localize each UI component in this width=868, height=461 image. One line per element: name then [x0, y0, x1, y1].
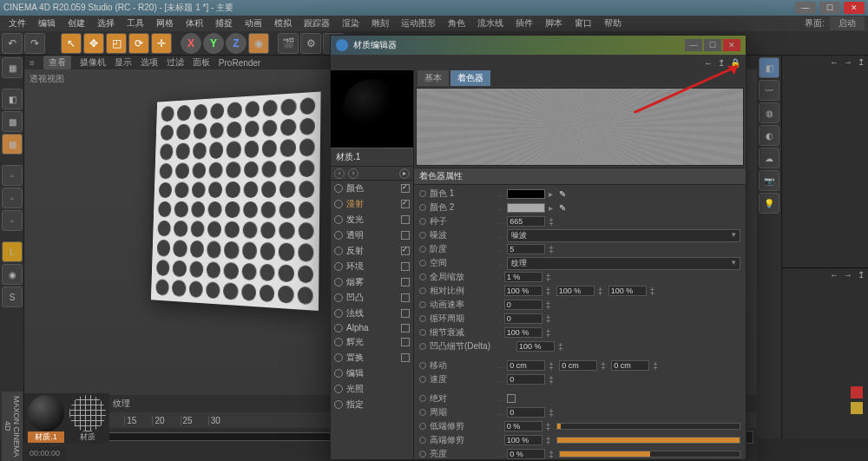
environment-icon[interactable]: ☁ [759, 148, 779, 168]
channel-光照[interactable]: 光照 [331, 381, 413, 397]
make-editable-icon[interactable]: ▦ [2, 57, 23, 78]
bright-input[interactable]: 0 % [507, 449, 545, 459]
animspeed-input[interactable]: 0 [504, 300, 542, 310]
color2-swatch[interactable] [507, 203, 545, 213]
viewport-solo[interactable]: ◉ [2, 264, 23, 285]
select-tool[interactable]: ↖ [61, 33, 82, 54]
menu-anim[interactable]: 动画 [240, 16, 267, 31]
snap-toggle[interactable]: S [2, 286, 23, 307]
channel-环境[interactable]: 环境 [331, 259, 413, 274]
panel2-nav-up-icon[interactable]: ↥ [858, 270, 865, 278]
material-name-field[interactable]: 材质.1 [331, 148, 413, 167]
scale-tool[interactable]: ◰ [106, 33, 127, 54]
dialog-titlebar[interactable]: 材质编辑器 — ☐ ✕ [331, 36, 746, 55]
render-view-button[interactable]: 🎬 [278, 33, 299, 54]
render-settings-button[interactable]: ⚙ [300, 33, 321, 54]
menu-help[interactable]: 帮助 [599, 16, 627, 31]
channel-指定[interactable]: 指定 [331, 397, 413, 412]
menu-mesh[interactable]: 网格 [151, 16, 179, 31]
view-tab-display[interactable]: 显示 [115, 56, 132, 69]
speed-input[interactable]: 0 [507, 374, 545, 385]
panel-nav-back-icon[interactable]: ← [830, 57, 838, 66]
shader-preview[interactable] [416, 88, 744, 166]
axis-z[interactable]: Z [226, 33, 247, 54]
spline-icon[interactable]: 〰 [759, 80, 779, 101]
edge-mode[interactable]: ▫ [2, 188, 23, 208]
menu-tools[interactable]: 工具 [122, 16, 149, 31]
menu-render[interactable]: 渲染 [337, 16, 365, 31]
channel-Alpha[interactable]: Alpha [331, 321, 413, 334]
preview-prev-button[interactable]: ‹ [334, 168, 345, 179]
channel-凹凸[interactable]: 凹凸 [331, 290, 413, 306]
color1-swatch[interactable] [507, 189, 545, 199]
undo-button[interactable]: ↶ [2, 33, 23, 54]
panel2-nav-fwd-icon[interactable]: → [844, 270, 852, 278]
channel-编辑[interactable]: 编辑 [331, 366, 413, 381]
delta-input[interactable]: 100 % [516, 341, 555, 352]
noise-dropdown[interactable]: 噪波 [507, 229, 740, 242]
panel2-nav-back-icon[interactable]: ← [830, 270, 838, 278]
menu-file[interactable]: 文件 [3, 16, 31, 31]
menu-edit[interactable]: 编辑 [33, 16, 61, 31]
detail-input[interactable]: 100 % [504, 327, 542, 338]
lowclip-slider[interactable] [556, 423, 740, 430]
move-tool[interactable]: ✥ [83, 33, 104, 54]
workplane-mode[interactable]: ▦ [2, 134, 23, 155]
material-label-2[interactable]: 材质 [69, 431, 106, 443]
bright-slider[interactable] [559, 451, 740, 458]
dlg-nav-back-icon[interactable]: ← [704, 58, 713, 68]
channel-法线[interactable]: 法线 [331, 306, 413, 321]
coord-sys[interactable]: ◉ [248, 33, 269, 54]
redo-button[interactable]: ↷ [24, 33, 45, 54]
dialog-minimize-button[interactable]: — [685, 39, 702, 51]
view-tab-camera[interactable]: 摄像机 [80, 56, 106, 69]
axis-mode[interactable]: L [2, 241, 23, 262]
movex-input[interactable]: 0 cm [507, 360, 545, 371]
menu-snap[interactable]: 捕捉 [210, 16, 238, 31]
view-tab-panel[interactable]: 面板 [193, 56, 210, 69]
poly-mode[interactable]: ▫ [2, 210, 23, 231]
deformer-icon[interactable]: ◐ [759, 125, 779, 146]
menu-char[interactable]: 角色 [443, 16, 470, 31]
axis-y[interactable]: Y [203, 33, 224, 54]
loop-input[interactable]: 0 [504, 313, 542, 324]
period-input[interactable]: 0 [507, 407, 545, 418]
rotate-tool[interactable]: ⟳ [128, 33, 149, 54]
record-key-icon[interactable] [851, 386, 863, 398]
menu-pipe[interactable]: 流水线 [472, 16, 509, 31]
light-icon[interactable]: 💡 [759, 193, 779, 214]
channel-烟雾[interactable]: 烟雾 [331, 274, 413, 290]
channel-颜色[interactable]: 颜色 [331, 181, 413, 196]
material-preview-1[interactable] [28, 395, 64, 431]
view-tab-filter[interactable]: 过滤 [167, 56, 184, 69]
menu-track[interactable]: 跟踪器 [299, 16, 335, 31]
panel-nav-fwd-icon[interactable]: → [844, 57, 852, 66]
panel-nav-up-icon[interactable]: ↥ [858, 57, 865, 66]
channel-置换[interactable]: 置换 [331, 350, 413, 366]
minimize-button[interactable]: — [795, 2, 816, 14]
movey-input[interactable]: 0 cm [559, 360, 597, 371]
seed-input[interactable]: 665 [507, 216, 545, 227]
menu-sculpt[interactable]: 雕刻 [366, 16, 394, 31]
highclip-input[interactable]: 100 % [504, 435, 542, 445]
maximize-button[interactable]: ☐ [819, 2, 840, 14]
tab-basic[interactable]: 基本 [418, 70, 449, 86]
relz-input[interactable]: 100 % [608, 286, 647, 296]
view-tab-view[interactable]: 查看 [43, 56, 71, 69]
preview-menu-button[interactable]: ▸ [399, 168, 410, 179]
preview-next-button[interactable]: › [348, 168, 358, 179]
view-tab-options[interactable]: 选项 [141, 56, 158, 69]
material-preview-2[interactable] [69, 395, 106, 431]
layout-selector[interactable]: 启动 [830, 16, 865, 30]
view-tab-prorender[interactable]: ProRender [219, 58, 260, 68]
movez-input[interactable]: 0 cm [611, 360, 649, 371]
channel-反射[interactable]: 反射 [331, 243, 413, 259]
menu-script[interactable]: 脚本 [540, 16, 568, 31]
dlg-lock-icon[interactable]: 🔒 [730, 58, 740, 68]
point-mode[interactable]: ▫ [2, 165, 23, 186]
material-label-1[interactable]: 材质.1 [28, 431, 64, 443]
autokey-icon[interactable] [851, 402, 863, 414]
menu-volume[interactable]: 体积 [181, 16, 208, 31]
camera-icon[interactable]: 📷 [759, 170, 779, 191]
menu-create[interactable]: 创建 [62, 16, 90, 31]
